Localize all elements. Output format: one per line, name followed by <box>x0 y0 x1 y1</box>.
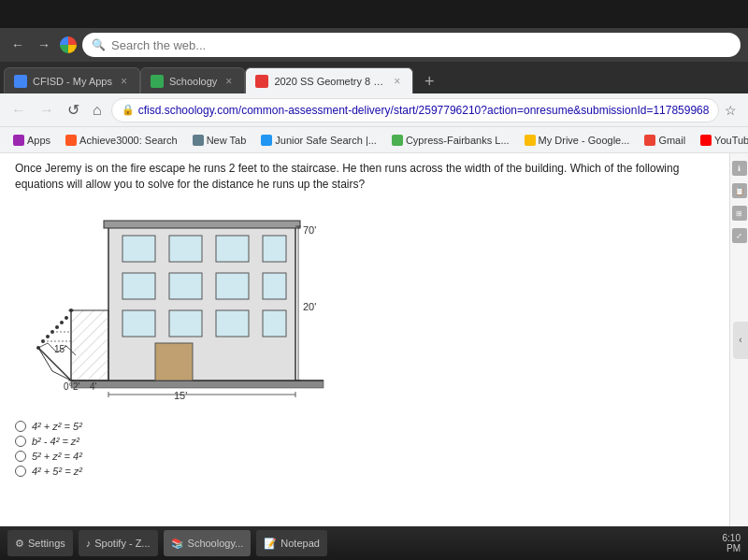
sidebar-icon-3[interactable]: ⊞ <box>732 206 747 221</box>
extensions-icon[interactable]: ⋮ <box>742 103 748 118</box>
tab-close-cfisd[interactable]: × <box>118 74 130 89</box>
answer-option-a[interactable]: 4² + z² = 5² <box>15 421 733 432</box>
tab-label-cfisd: CFISD - My Apps <box>33 76 112 87</box>
svg-rect-15 <box>216 310 249 337</box>
tab-favicon-schoology <box>151 75 164 88</box>
bookmark-favicon-achieve <box>65 135 77 146</box>
bookmark-drive[interactable]: My Drive - Google... <box>519 133 636 148</box>
svg-point-28 <box>65 316 68 320</box>
sidebar-icon-arrows[interactable]: ⤢ <box>732 228 747 243</box>
bookmark-youtube[interactable]: YouTube <box>695 133 748 148</box>
svg-text:20': 20' <box>303 301 316 312</box>
radio-d[interactable] <box>15 466 26 477</box>
sidebar-icon-2[interactable]: 📋 <box>732 183 747 198</box>
addr-back-button[interactable]: ← <box>7 100 30 121</box>
bookmarks-bar: Apps Achieve3000: Search New Tab Junior … <box>0 127 748 153</box>
tab-favicon-cfisd <box>14 75 27 88</box>
search-icon: 🔍 <box>92 38 106 51</box>
answer-text-d: 4² + 5² = z² <box>32 466 82 477</box>
svg-text:4': 4' <box>90 381 97 392</box>
bookmark-label-juniorsafe: Junior Safe Search |... <box>275 135 377 146</box>
bookmark-newtab[interactable]: New Tab <box>187 133 252 148</box>
address-text: cfisd.schoology.com/common-assessment-de… <box>138 104 710 117</box>
answer-option-c[interactable]: 5² + z² = 4² <box>15 451 733 462</box>
address-box[interactable]: 🔒 cfisd.schoology.com/common-assessment-… <box>111 98 720 122</box>
svg-rect-8 <box>263 236 286 262</box>
svg-rect-7 <box>216 236 249 262</box>
answer-text-a: 4² + z² = 5² <box>32 421 82 432</box>
building-diagram: 70' 20' 2' 4' 15' 0° 15' <box>15 198 333 413</box>
svg-rect-0 <box>71 381 324 388</box>
tab-edgenuity[interactable]: 2020 SS Geometry 8 - Edgenuity × <box>245 67 413 93</box>
new-tab-button[interactable]: + <box>417 69 441 93</box>
home-button[interactable]: ⌂ <box>89 100 106 121</box>
notepad-icon: 📝 <box>264 538 277 550</box>
chrome-icon <box>60 36 77 53</box>
bookmark-favicon-newtab <box>193 135 204 146</box>
sidebar-icon-1[interactable]: ℹ <box>732 161 747 176</box>
bookmark-juniorsafe[interactable]: Junior Safe Search |... <box>255 133 382 148</box>
sidebar-chevron-button[interactable]: ‹ <box>733 322 748 359</box>
back-button[interactable]: ← <box>7 36 28 54</box>
forward-button[interactable]: → <box>34 36 54 54</box>
spotify-icon: ♪ <box>86 538 92 549</box>
svg-point-22 <box>36 346 40 350</box>
answer-text-b: b² - 4² = z² <box>32 436 79 447</box>
svg-rect-10 <box>169 273 202 299</box>
radio-c[interactable] <box>15 451 26 462</box>
taskbar: ⚙ Settings ♪ Spotify - Z... 📚 Schoology.… <box>0 526 748 560</box>
diagram-area: 70' 20' 2' 4' 15' 0° 15' <box>0 198 748 413</box>
reload-button[interactable]: ↺ <box>64 99 83 121</box>
tab-cfisd[interactable]: CFISD - My Apps × <box>4 67 140 93</box>
tab-favicon-edgenuity <box>255 75 268 88</box>
tab-label-edgenuity: 2020 SS Geometry 8 - Edgenuity <box>274 76 385 87</box>
taskbar-spotify-label: Spotify - Z... <box>94 538 150 549</box>
taskbar-spotify[interactable]: ♪ Spotify - Z... <box>79 530 158 556</box>
lock-icon: 🔒 <box>122 104 135 116</box>
bookmark-apps[interactable]: Apps <box>7 133 56 148</box>
bookmark-cypress[interactable]: Cypress-Fairbanks L... <box>386 133 515 148</box>
svg-rect-18 <box>104 221 300 228</box>
addr-forward-button[interactable]: → <box>36 100 58 121</box>
bookmark-gmail[interactable]: Gmail <box>639 133 691 148</box>
svg-rect-9 <box>122 273 155 299</box>
tab-schoology[interactable]: Schoology × <box>140 67 245 93</box>
search-bar[interactable]: 🔍 <box>82 33 741 57</box>
answer-option-d[interactable]: 4² + 5² = z² <box>15 466 733 477</box>
svg-point-27 <box>60 321 64 324</box>
svg-rect-13 <box>122 310 155 337</box>
bookmark-label-achieve: Achieve3000: Search <box>79 135 178 146</box>
bookmark-favicon-juniorsafe <box>261 135 272 146</box>
svg-point-26 <box>55 325 59 329</box>
radio-a[interactable] <box>15 421 26 432</box>
search-bar-row: ← → 🔍 <box>0 28 748 62</box>
question-text: Once Jeremy is on the fire escape he run… <box>0 153 711 198</box>
radio-b[interactable] <box>15 436 26 447</box>
tab-close-schoology[interactable]: × <box>223 74 235 89</box>
bookmark-label-youtube: YouTube <box>714 135 748 146</box>
taskbar-right: 6:10 PM <box>723 533 741 553</box>
svg-line-21 <box>52 371 71 381</box>
taskbar-notepad-label: Notepad <box>280 538 320 549</box>
bookmark-favicon-youtube <box>700 135 712 146</box>
bookmark-label-gmail: Gmail <box>658 135 685 146</box>
svg-text:70': 70' <box>303 224 316 236</box>
tab-close-edgenuity[interactable]: × <box>391 74 403 89</box>
svg-text:15': 15' <box>54 344 66 354</box>
bookmark-label-drive: My Drive - Google... <box>539 135 630 146</box>
answer-text-c: 5² + z² = 4² <box>32 451 82 462</box>
taskbar-notepad[interactable]: 📝 Notepad <box>256 530 327 556</box>
taskbar-schoology[interactable]: 📚 Schoology... <box>164 530 252 556</box>
taskbar-settings-label: Settings <box>28 538 65 549</box>
bookmark-favicon-gmail <box>644 135 655 146</box>
answer-option-b[interactable]: b² - 4² = z² <box>15 436 733 447</box>
time-text: 6:10 <box>723 533 741 543</box>
top-bar <box>0 0 748 28</box>
search-input[interactable] <box>111 38 731 52</box>
bookmark-star-icon[interactable]: ☆ <box>725 103 737 118</box>
address-row: ← → ↺ ⌂ 🔒 cfisd.schoology.com/common-ass… <box>0 93 748 127</box>
bookmark-achieve[interactable]: Achieve3000: Search <box>60 133 183 148</box>
svg-rect-5 <box>122 236 155 262</box>
taskbar-settings[interactable]: ⚙ Settings <box>7 530 73 556</box>
bookmark-favicon-apps <box>13 135 24 146</box>
